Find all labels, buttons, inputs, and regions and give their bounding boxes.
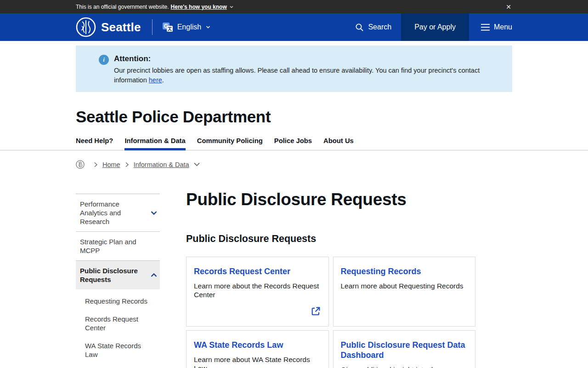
official-banner-text: This is an official government website.	[76, 4, 169, 10]
pay-or-apply-label: Pay or Apply	[414, 23, 456, 31]
sidebar-sublist: Requesting Records Records Request Cente…	[76, 289, 160, 368]
seattle-emblem-icon	[76, 17, 96, 37]
chevron-right-icon	[94, 162, 98, 167]
sidebar-item-label: Performance Analytics and Research	[80, 200, 148, 226]
header-divider	[152, 19, 153, 35]
menu-button[interactable]: Menu	[469, 13, 512, 41]
card-body: Gives additional insight into the	[341, 365, 468, 368]
card-body: Learn more about Requesting Records	[341, 282, 468, 290]
search-label: Search	[368, 23, 391, 31]
card-grid: Records Request Center Learn more about …	[186, 257, 475, 368]
tab-police-jobs[interactable]: Police Jobs	[274, 137, 312, 150]
sidebar: Performance Analytics and Research Strat…	[76, 194, 160, 368]
tab-need-help[interactable]: Need Help?	[76, 137, 113, 150]
sidebar-subitem-public-information-online[interactable]: Public Information Online	[76, 363, 160, 368]
primary-nav: Need Help? Information & Data Community …	[0, 137, 588, 150]
attention-banner: i Attention: Our precinct lobbies are op…	[76, 46, 512, 92]
page-title: Seattle Police Department	[76, 108, 512, 126]
tab-community-policing[interactable]: Community Policing	[197, 137, 263, 150]
sidebar-item-label: Strategic Plan and MCPP	[80, 237, 157, 255]
search-button[interactable]: Search	[345, 13, 401, 41]
seattle-home-icon[interactable]	[76, 160, 85, 169]
sidebar-subitem-wa-state-records-law[interactable]: WA State Records Law	[76, 337, 160, 363]
card-body: Learn more about WA State Records Law	[194, 355, 321, 368]
card-title[interactable]: Requesting Records	[341, 266, 468, 276]
site-header: Seattle G English Search Pay or Appl	[0, 13, 588, 41]
translate-icon: G	[162, 22, 173, 33]
breadcrumb-section-link[interactable]: Information & Data	[134, 161, 189, 168]
chevron-up-icon	[151, 273, 157, 277]
sidebar-item-label: Public Disclosure Requests	[80, 266, 148, 284]
external-link-icon	[311, 306, 321, 316]
tab-about-us[interactable]: About Us	[323, 137, 354, 150]
sidebar-subitem-records-request-center[interactable]: Records Request Center	[76, 310, 160, 337]
official-government-banner: This is an official government website. …	[0, 0, 588, 13]
chevron-down-icon	[151, 211, 157, 215]
pay-or-apply-button[interactable]: Pay or Apply	[401, 13, 469, 41]
alert-text: Our precinct lobbies are open as staffin…	[114, 67, 480, 84]
seattle-logo[interactable]: Seattle	[76, 13, 141, 41]
tab-information-and-data[interactable]: Information & Data	[124, 137, 185, 150]
sidebar-item-public-disclosure[interactable]: Public Disclosure Requests	[76, 260, 160, 289]
sidebar-item-performance-analytics[interactable]: Performance Analytics and Research	[76, 194, 160, 231]
alert-title: Attention:	[114, 54, 485, 63]
chevron-down-icon[interactable]	[193, 162, 200, 167]
card-body: Learn more about the Records Request Cen…	[194, 282, 321, 299]
hamburger-icon	[481, 24, 490, 31]
main-content: Public Disclosure Requests Public Disclo…	[186, 194, 475, 368]
precinct-contact-link[interactable]: here	[149, 76, 162, 84]
banner-close-icon[interactable]: ✕	[505, 4, 512, 10]
card-requesting-records[interactable]: Requesting Records Learn more about Requ…	[333, 257, 476, 327]
brand-name: Seattle	[101, 20, 141, 34]
card-title[interactable]: Records Request Center	[194, 266, 321, 276]
sidebar-subitem-requesting-records[interactable]: Requesting Records	[76, 292, 160, 310]
language-label: English	[177, 23, 201, 31]
language-selector[interactable]: G English	[162, 13, 211, 41]
info-icon: i	[99, 55, 109, 65]
main-heading: Public Disclosure Requests	[186, 190, 475, 209]
chevron-down-icon	[229, 5, 234, 9]
sidebar-item-strategic-plan[interactable]: Strategic Plan and MCPP	[76, 231, 160, 260]
section-heading: Public Disclosure Requests	[186, 233, 475, 245]
how-you-know-link[interactable]: Here's how you know	[171, 4, 227, 10]
alert-body: Our precinct lobbies are open as staffin…	[114, 66, 485, 85]
card-public-disclosure-data-dashboard[interactable]: Public Disclosure Request Data Dashboard…	[333, 330, 476, 368]
menu-label: Menu	[494, 23, 512, 31]
chevron-down-icon	[205, 24, 211, 30]
card-wa-state-records-law[interactable]: WA State Records Law Learn more about WA…	[186, 330, 329, 368]
breadcrumb-home-link[interactable]: Home	[102, 161, 120, 168]
chevron-right-icon	[125, 162, 129, 167]
search-icon	[355, 23, 364, 32]
card-records-request-center[interactable]: Records Request Center Learn more about …	[186, 257, 329, 327]
alert-text-end: .	[162, 76, 164, 84]
breadcrumb: Home Information & Data	[76, 160, 512, 169]
card-title[interactable]: WA State Records Law	[194, 340, 321, 350]
card-title[interactable]: Public Disclosure Request Data Dashboard	[341, 340, 468, 360]
